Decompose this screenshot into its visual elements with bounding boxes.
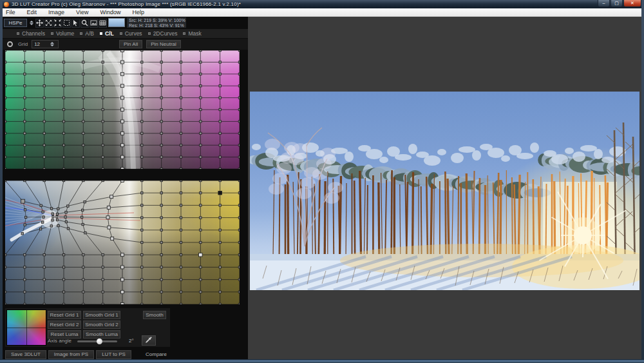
contract-tool-button[interactable] [53,19,62,28]
color-swatch [108,18,125,27]
menu-window[interactable]: Window [94,8,126,17]
window-title: 3D LUT Creator Pro (c) Oleg Sharonov - *… [12,1,241,7]
window-border-left [0,0,3,363]
minimize-button[interactable]: – [598,0,610,7]
crosshair-horizontal [7,328,46,328]
color-plane-thumbnail[interactable] [6,309,46,346]
menu-image[interactable]: Image [43,8,70,17]
smooth-grid1-button[interactable]: Smooth Grid 1 [83,311,120,319]
readout-res: Res: H: 218 S: 43% V: 91% [129,23,184,28]
grid-tools-panel: Reset Grid 1 Smooth Grid 1 Smooth Reset … [5,308,170,347]
grid-size-value: 12 [34,41,48,47]
cl-grid-top[interactable] [5,50,240,169]
tab-2dcurves[interactable]: 2DCurves [148,29,178,38]
mode-stepper-icon[interactable] [28,19,34,27]
tab-indicator-icon [183,32,185,35]
image-from-ps-button[interactable]: Image from PS [48,350,94,359]
photo-forest-art [250,92,639,290]
axis-angle-value: 2° [129,338,134,344]
reset-grid1-button[interactable]: Reset Grid 1 [48,311,81,319]
close-button[interactable]: ✕ [623,0,641,7]
zoom-tool-button[interactable] [80,19,89,28]
axis-angle-slider[interactable] [77,340,117,342]
image-icon [90,19,97,26]
color-readout: Src: H: 219 S: 39% V: 100% Res: H: 218 S… [127,17,186,28]
grid-size-input[interactable]: 12 [32,40,59,48]
cl-grid-bottom[interactable] [5,181,240,304]
move-icon [36,19,43,26]
grid-view-button[interactable] [99,19,107,28]
tab-indicator-icon [120,32,122,35]
tab-mask[interactable]: Mask [183,29,201,38]
grid-controls-bar: Grid 12 Pin All Pin Neutral [3,39,248,50]
contract-icon [54,19,61,26]
save-3dlut-button[interactable]: Save 3DLUT [5,350,46,359]
tab-indicator-icon [51,32,53,35]
menu-file[interactable]: File [0,8,21,17]
left-panel: HSPe Src: H: 219 S: 39% V: 100% Res: H: … [3,17,248,359]
menu-edit[interactable]: Edit [21,8,43,17]
window-controls: – ▢ ✕ [597,0,641,7]
menu-help[interactable]: Help [126,8,150,17]
preview-photo [250,92,639,290]
tab-ab[interactable]: A/B [80,29,94,38]
tab-indicator-icon [100,32,102,35]
tab-indicator-icon [17,32,19,35]
pin-all-button[interactable]: Pin All [119,40,142,48]
color-mode-combo[interactable]: HSPe [4,19,27,27]
app-icon [4,2,9,7]
window-border-bottom [0,359,644,363]
picker-tool-button[interactable] [71,19,80,28]
footer-bar: Save 3DLUT Image from PS LUT to PS Compa… [5,349,248,359]
image-view-button[interactable] [90,19,98,28]
title-bar: 3D LUT Creator Pro (c) Oleg Sharonov - *… [0,0,644,8]
compare-button[interactable]: Compare [146,351,167,357]
tab-bar: Channels Volume A/B C/L Curves 2DCurves … [3,29,248,38]
app-window: 3D LUT Creator Pro (c) Oleg Sharonov - *… [0,0,644,363]
window-border-right [641,0,644,363]
maximize-button[interactable]: ▢ [611,0,623,7]
axis-picker-button[interactable] [142,335,156,346]
marquee-tool-button[interactable] [62,19,71,28]
expand-tool-button[interactable] [44,19,53,28]
axis-angle-label: Axis angle [48,338,71,344]
tab-cl[interactable]: C/L [100,29,114,38]
grid-table-icon [99,19,106,26]
readout-src: Src: H: 219 S: 39% V: 100% [129,18,184,23]
lut-to-ps-button[interactable]: LUT to PS [96,350,131,359]
axis-angle-slider-knob[interactable] [97,338,102,344]
smooth-luma-button[interactable]: Smooth Luma [83,330,120,338]
refresh-target-icon[interactable] [7,41,13,47]
tab-channels[interactable]: Channels [17,29,45,38]
image-canvas [248,17,641,359]
toolbar: HSPe [3,17,248,28]
menu-view[interactable]: View [70,8,94,17]
grid-size-stepper-icon[interactable] [49,40,55,48]
expand-icon [45,19,52,26]
smooth-button[interactable]: Smooth [143,311,166,319]
tab-curves[interactable]: Curves [120,29,142,38]
zoom-icon [81,19,88,26]
menu-bar: File Edit Image View Window Help [0,8,644,17]
picker-arrow-icon [72,19,79,26]
grid-label: Grid [18,41,28,47]
tab-indicator-icon [148,32,151,35]
move-tool-button[interactable] [35,19,44,28]
marquee-icon [63,19,70,26]
pin-neutral-button[interactable]: Pin Neutral [146,40,181,48]
eyedropper-icon [145,335,153,346]
content-area: HSPe Src: H: 219 S: 39% V: 100% Res: H: … [0,17,644,359]
tab-indicator-icon [80,32,82,35]
reset-grid2-button[interactable]: Reset Grid 2 [48,320,81,329]
smooth-grid2-button[interactable]: Smooth Grid 2 [83,320,120,329]
tab-volume[interactable]: Volume [51,29,74,38]
